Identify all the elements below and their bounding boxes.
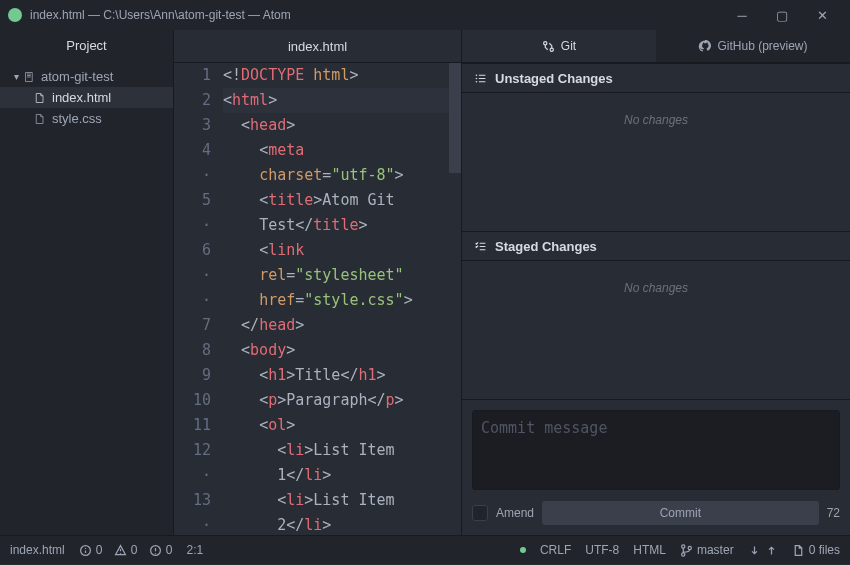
arrow-up-icon bbox=[765, 544, 778, 557]
tab-git[interactable]: Git bbox=[462, 30, 656, 62]
code-line[interactable]: <h1>Title</h1> bbox=[223, 363, 461, 388]
code-line[interactable]: <body> bbox=[223, 338, 461, 363]
editor-pane: index.html 1234·5·6··789101112·13· <!DOC… bbox=[174, 30, 462, 535]
editor-scrollbar[interactable] bbox=[449, 63, 461, 535]
code-line[interactable]: href="style.css"> bbox=[223, 288, 461, 313]
code-area[interactable]: <!DOCTYPE html><html> <head> <meta chars… bbox=[223, 63, 461, 535]
code-line[interactable]: <ol> bbox=[223, 413, 461, 438]
editor-tabs: index.html bbox=[174, 30, 461, 63]
tree-root-label: atom-git-test bbox=[41, 69, 113, 84]
project-sidebar: Project ▾ atom-git-test index.htmlstyle.… bbox=[0, 30, 174, 535]
code-line[interactable]: rel="stylesheet" bbox=[223, 263, 461, 288]
code-line[interactable]: Test</title> bbox=[223, 213, 461, 238]
tab-github[interactable]: GitHub (preview) bbox=[656, 30, 850, 62]
svg-point-4 bbox=[476, 80, 478, 82]
tree-file[interactable]: style.css bbox=[0, 108, 173, 129]
error-icon bbox=[149, 544, 162, 557]
chevron-down-icon: ▾ bbox=[14, 71, 19, 82]
status-dot-icon bbox=[520, 547, 526, 553]
tree-root[interactable]: ▾ atom-git-test bbox=[0, 66, 173, 87]
gutter: 1234·5·6··789101112·13· bbox=[174, 63, 223, 535]
code-line[interactable]: <li>List Item bbox=[223, 488, 461, 513]
sidebar-header: Project bbox=[0, 30, 173, 62]
git-panel-tabs: Git GitHub (preview) bbox=[462, 30, 850, 63]
code-line[interactable]: <head> bbox=[223, 113, 461, 138]
git-panel: Git GitHub (preview) Unstaged Changes No… bbox=[462, 30, 850, 535]
git-compare-icon bbox=[542, 40, 555, 53]
commit-button[interactable]: Commit bbox=[542, 501, 819, 525]
git-branch-icon bbox=[680, 544, 693, 557]
unstaged-body: No changes bbox=[462, 93, 850, 231]
status-files[interactable]: 0 files bbox=[792, 543, 840, 557]
commit-area: Amend Commit 72 bbox=[462, 399, 850, 535]
tree-file[interactable]: index.html bbox=[0, 87, 173, 108]
status-language[interactable]: HTML bbox=[633, 543, 666, 557]
code-line[interactable]: <html> bbox=[223, 88, 461, 113]
svg-point-2 bbox=[476, 74, 478, 76]
staged-header[interactable]: Staged Changes bbox=[462, 231, 850, 261]
tasklist-icon bbox=[474, 240, 487, 253]
svg-point-0 bbox=[543, 41, 546, 44]
close-button[interactable]: ✕ bbox=[802, 0, 842, 30]
svg-point-8 bbox=[682, 552, 685, 555]
file-icon bbox=[792, 544, 805, 557]
atom-logo-icon bbox=[8, 8, 22, 22]
github-icon bbox=[698, 40, 711, 53]
status-diagnostics[interactable]: 0 0 0 bbox=[79, 543, 173, 557]
minimize-button[interactable]: ─ bbox=[722, 0, 762, 30]
arrow-down-icon bbox=[748, 544, 761, 557]
file-icon bbox=[34, 113, 46, 125]
file-tree: ▾ atom-git-test index.htmlstyle.css bbox=[0, 62, 173, 133]
amend-checkbox[interactable] bbox=[472, 505, 488, 521]
warning-icon bbox=[114, 544, 127, 557]
tree-file-label: style.css bbox=[52, 111, 102, 126]
code-line[interactable]: <!DOCTYPE html> bbox=[223, 63, 461, 88]
code-line[interactable]: <li>List Item bbox=[223, 438, 461, 463]
status-branch[interactable]: master bbox=[680, 543, 734, 557]
svg-point-3 bbox=[476, 77, 478, 79]
code-line[interactable]: </head> bbox=[223, 313, 461, 338]
code-editor[interactable]: 1234·5·6··789101112·13· <!DOCTYPE html><… bbox=[174, 63, 461, 535]
code-line[interactable]: <title>Atom Git bbox=[223, 188, 461, 213]
status-encoding[interactable]: UTF-8 bbox=[585, 543, 619, 557]
tree-file-label: index.html bbox=[52, 90, 111, 105]
window-title: index.html — C:\Users\Ann\atom-git-test … bbox=[30, 8, 722, 22]
status-bar: index.html 0 0 0 2:1 CRLF UTF-8 HTML mas… bbox=[0, 535, 850, 564]
code-line[interactable]: charset="utf-8"> bbox=[223, 163, 461, 188]
status-cursor[interactable]: 2:1 bbox=[186, 543, 203, 557]
editor-tab[interactable]: index.html bbox=[174, 30, 461, 62]
amend-label[interactable]: Amend bbox=[496, 506, 534, 520]
status-fetch[interactable] bbox=[748, 544, 778, 557]
repo-icon bbox=[24, 71, 36, 83]
code-line[interactable]: <link bbox=[223, 238, 461, 263]
staged-body: No changes bbox=[462, 261, 850, 399]
window-controls: ─ ▢ ✕ bbox=[722, 0, 842, 30]
status-line-ending[interactable]: CRLF bbox=[540, 543, 571, 557]
file-icon bbox=[34, 92, 46, 104]
commit-chars-remaining: 72 bbox=[827, 506, 840, 520]
tab-label: index.html bbox=[288, 39, 347, 54]
titlebar: index.html — C:\Users\Ann\atom-git-test … bbox=[0, 0, 850, 30]
status-file[interactable]: index.html bbox=[10, 543, 65, 557]
code-line[interactable]: 2</li> bbox=[223, 513, 461, 535]
commit-message-input[interactable] bbox=[472, 410, 840, 490]
svg-point-1 bbox=[550, 48, 553, 51]
scrollbar-thumb[interactable] bbox=[449, 63, 461, 173]
unstaged-header[interactable]: Unstaged Changes bbox=[462, 63, 850, 93]
info-icon bbox=[79, 544, 92, 557]
code-line[interactable]: 1</li> bbox=[223, 463, 461, 488]
svg-point-7 bbox=[682, 544, 685, 547]
code-line[interactable]: <p>Paragraph</p> bbox=[223, 388, 461, 413]
list-unordered-icon bbox=[474, 72, 487, 85]
code-line[interactable]: <meta bbox=[223, 138, 461, 163]
maximize-button[interactable]: ▢ bbox=[762, 0, 802, 30]
svg-point-9 bbox=[688, 546, 691, 549]
